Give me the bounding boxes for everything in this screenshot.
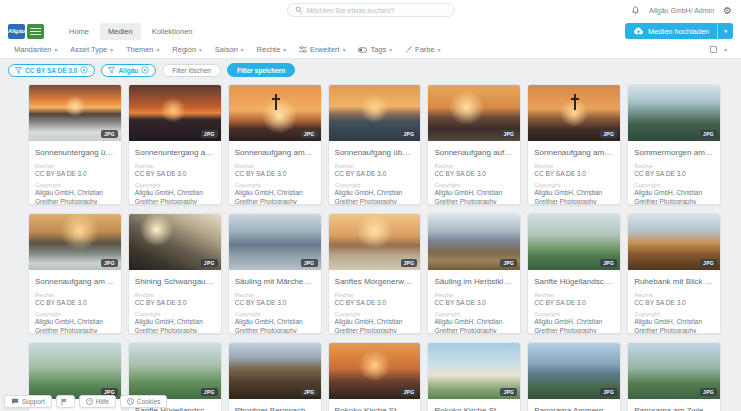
global-search[interactable] xyxy=(287,3,455,17)
active-filter-chip-allg-u[interactable]: Allgäu xyxy=(101,64,156,77)
media-card[interactable]: JPG Sonnenuntergang über de... Rechte CC… xyxy=(28,84,122,205)
nav-item-kollektionen[interactable]: Kollektionen xyxy=(144,23,201,40)
flag-icon xyxy=(61,398,67,406)
filter-dropdown-themen[interactable]: Themen ▾ xyxy=(126,45,159,54)
remove-circle-icon[interactable] xyxy=(80,66,88,74)
media-thumbnail[interactable]: JPG xyxy=(229,85,321,141)
media-thumbnail[interactable]: JPG xyxy=(329,85,421,141)
layout-square-icon[interactable] xyxy=(710,46,717,53)
media-thumbnail[interactable]: JPG xyxy=(428,343,520,399)
media-card[interactable]: JPG Sonnenaufgang auf der B... Rechte CC… xyxy=(427,84,521,205)
media-card[interactable]: JPG Panorama Ammergauer Al... Rechte CC … xyxy=(527,342,621,411)
media-thumbnail[interactable]: JPG xyxy=(428,214,520,270)
widget-hilfe[interactable]: ? Hilfe xyxy=(79,395,116,408)
summit-cross-overlay xyxy=(574,94,576,110)
media-thumbnail[interactable]: JPG xyxy=(129,85,221,141)
rights-label: Rechte xyxy=(235,163,315,169)
nav-item-medien[interactable]: Medien xyxy=(100,23,141,40)
widget-support[interactable]: Support xyxy=(4,395,52,408)
brand-logos[interactable]: Allgäu xyxy=(8,24,44,39)
copyright-value: Allgäu GmbH, Christian Greither Photogra… xyxy=(135,189,215,205)
media-card[interactable]: JPG Rokoko Kirche St. Ulrich i... Rechte… xyxy=(427,342,521,411)
filter-dropdown-region[interactable]: Region ▾ xyxy=(172,45,202,54)
widget[interactable] xyxy=(56,395,75,408)
media-thumbnail[interactable]: JPG xyxy=(628,85,720,141)
media-card[interactable]: JPG Rokoko Kirche St. Ulrich i... Rechte… xyxy=(328,342,422,411)
upload-button[interactable]: Medien hochladen xyxy=(625,23,717,39)
filter-dropdown-mandanten[interactable]: Mandanten ▾ xyxy=(14,45,57,54)
upload-split-button[interactable]: Medien hochladen ▾ xyxy=(625,23,733,39)
media-title[interactable]: Säuling mit Märchenschlo... xyxy=(229,270,321,286)
media-thumbnail[interactable]: JPG xyxy=(129,343,221,399)
gear-icon[interactable]: ⚙ xyxy=(723,6,732,16)
media-card[interactable]: JPG Sanfte Hügellandschaft i... Rechte C… xyxy=(527,213,621,334)
media-thumbnail[interactable]: JPG xyxy=(628,214,720,270)
media-card[interactable]: JPG Sonnenaufgang am Gipfel... Rechte CC… xyxy=(527,84,621,205)
media-thumbnail[interactable]: JPG xyxy=(329,343,421,399)
media-card[interactable]: JPG Säuling mit Märchenschlo... Rechte C… xyxy=(228,213,322,334)
active-filter-chip-cc-by-sa-de-3-0[interactable]: CC BY SA DE 3.0 xyxy=(8,64,95,77)
nav-item-home[interactable]: Home xyxy=(61,23,97,40)
media-thumbnail[interactable]: JPG xyxy=(29,214,121,270)
media-card[interactable]: JPG Sanftes Morgenerwachen ... Rechte CC… xyxy=(328,213,422,334)
media-title[interactable]: Rokoko Kirche St. Ulrich i... xyxy=(428,399,520,411)
media-thumbnail[interactable]: JPG xyxy=(29,343,121,399)
file-type-badge: JPG xyxy=(700,388,717,396)
bell-icon[interactable] xyxy=(631,6,640,15)
media-card[interactable]: JPG Säuling im Herbstkleid Se... Rechte … xyxy=(427,213,521,334)
media-thumbnail[interactable]: JPG xyxy=(528,343,620,399)
media-card[interactable]: JPG Sonnenaufgang am Gipfel... Rechte CC… xyxy=(228,84,322,205)
media-title[interactable]: Sommermorgen am Agge... xyxy=(628,141,720,157)
upload-dropdown-toggle[interactable]: ▾ xyxy=(717,23,733,39)
media-title[interactable]: Säuling im Herbstkleid Se... xyxy=(428,270,520,286)
media-title[interactable]: Panorama am Zwieselber... xyxy=(628,399,720,411)
media-title[interactable]: Rokoko Kirche St. Ulrich i... xyxy=(329,399,421,411)
media-title[interactable]: Sonnenaufgang am Gipfel... xyxy=(528,141,620,157)
media-thumbnail[interactable]: JPG xyxy=(528,214,620,270)
media-thumbnail[interactable]: JPG xyxy=(29,85,121,141)
media-card[interactable]: JPG Sommermorgen am Agge... Rechte CC BY… xyxy=(627,84,721,205)
media-title[interactable]: Pfrontner Bergwacht Hütt... xyxy=(229,399,321,411)
media-title[interactable]: Sanftes Morgenerwachen ... xyxy=(329,270,421,286)
media-title[interactable]: Sonnenaufgang am Ausla... xyxy=(29,270,121,286)
copyright-label: Copyright xyxy=(35,311,115,317)
media-card[interactable]: JPG Pfrontner Bergwacht Hütt... Rechte C… xyxy=(228,342,322,411)
media-card[interactable]: JPG Panorama am Zwieselber... Rechte CC … xyxy=(627,342,721,411)
file-type-badge: JPG xyxy=(201,388,218,396)
widget-cookies[interactable]: Cookies xyxy=(120,395,167,408)
search-input[interactable] xyxy=(307,7,447,14)
filter-dropdown-farbe[interactable]: Farbe ▾ xyxy=(405,45,440,54)
media-card[interactable]: JPG Sonnenaufgang über See... Rechte CC … xyxy=(328,84,422,205)
media-title[interactable]: Sonnenaufgang auf der B... xyxy=(428,141,520,157)
media-title[interactable]: Sonnenuntergang am Hor... xyxy=(129,141,221,157)
filter-dropdown-asset-type[interactable]: Asset Type ▾ xyxy=(70,45,113,54)
copyright-label: Copyright xyxy=(434,311,514,317)
filter-dropdown-erweitert[interactable]: Erweitert ▾ xyxy=(299,45,345,54)
media-title[interactable]: Sonnenuntergang über de... xyxy=(29,141,121,157)
filter-dropdown-tags[interactable]: Tags ▾ xyxy=(358,45,392,54)
media-thumbnail[interactable]: JPG xyxy=(129,214,221,270)
media-thumbnail[interactable]: JPG xyxy=(229,343,321,399)
media-title[interactable]: Panorama Ammergauer Al... xyxy=(528,399,620,411)
media-title[interactable]: Shining Schwangau@Allg... xyxy=(129,270,221,286)
media-title[interactable]: Sonnenaufgang am Gipfel... xyxy=(229,141,321,157)
save-filter-button[interactable]: Filter speichern xyxy=(227,63,295,77)
media-thumbnail[interactable]: JPG xyxy=(428,85,520,141)
media-thumbnail[interactable]: JPG xyxy=(229,214,321,270)
media-thumbnail[interactable]: JPG xyxy=(329,214,421,270)
account-label[interactable]: Allgäu GmbH/ Admin xyxy=(649,7,714,14)
media-thumbnail[interactable]: JPG xyxy=(628,343,720,399)
media-thumbnail[interactable]: JPG xyxy=(528,85,620,141)
media-card[interactable]: JPG Ruhebank mit Blick auf S... Rechte C… xyxy=(627,213,721,334)
remove-circle-icon[interactable] xyxy=(141,66,149,74)
media-card[interactable]: JPG Sonnenuntergang am Hor... Rechte CC … xyxy=(128,84,222,205)
filter-dropdown-saison[interactable]: Saison ▾ xyxy=(215,45,244,54)
media-title[interactable]: Sonnenaufgang über See... xyxy=(329,141,421,157)
clear-filters-button[interactable]: Filter löschen xyxy=(162,64,221,77)
filter-dropdown-rechte[interactable]: Rechte ▾ xyxy=(257,45,287,54)
chevron-down-icon[interactable]: ▾ xyxy=(724,47,727,53)
media-card[interactable]: JPG Shining Schwangau@Allg... Rechte CC … xyxy=(128,213,222,334)
media-title[interactable]: Sanfte Hügellandschaft i... xyxy=(528,270,620,286)
media-title[interactable]: Ruhebank mit Blick auf S... xyxy=(628,270,720,286)
media-card[interactable]: JPG Sonnenaufgang am Ausla... Rechte CC … xyxy=(28,213,122,334)
